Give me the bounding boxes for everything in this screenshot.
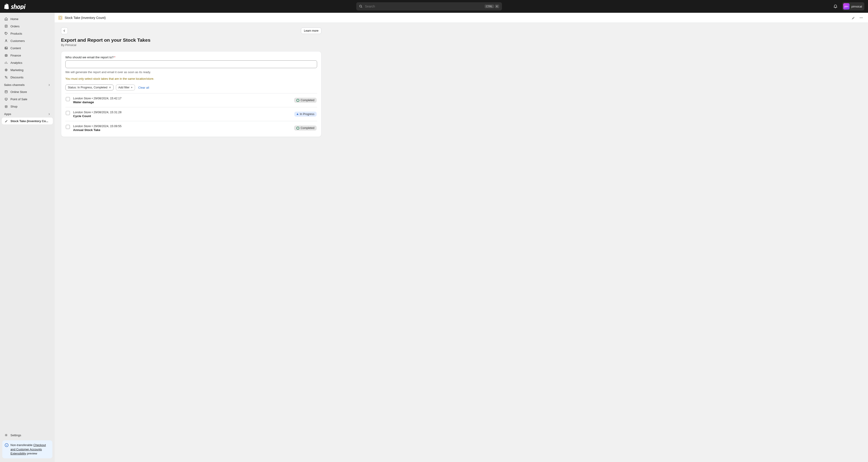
avatar: pim — [843, 3, 849, 9]
pos-icon — [4, 97, 8, 101]
tag-icon — [4, 31, 8, 35]
gear-icon — [4, 433, 8, 437]
nav-marketing[interactable]: Marketing — [2, 66, 53, 74]
svg-point-15 — [861, 17, 862, 18]
notice-text-1: Non-transferable — [10, 443, 33, 447]
back-button[interactable] — [61, 27, 68, 34]
svg-point-3 — [5, 33, 6, 33]
remove-filter-icon[interactable]: ✕ — [109, 86, 111, 89]
required-mark: * — [114, 56, 115, 59]
svg-point-7 — [5, 69, 7, 71]
nav-settings[interactable]: Settings — [2, 432, 53, 438]
nav-analytics[interactable]: Analytics — [2, 59, 53, 66]
chart-icon — [4, 61, 8, 65]
svg-point-8 — [6, 69, 7, 70]
svg-point-4 — [6, 40, 7, 41]
filter-bar: Status: In Progress, Completed ✕ Add fil… — [65, 85, 317, 93]
page-title: Export and Report on your Stock Takes — [61, 37, 321, 43]
learn-more-button[interactable]: Learn more — [301, 28, 321, 34]
nav-point-of-sale[interactable]: Point of Sale — [2, 96, 53, 103]
status-filter-chip[interactable]: Status: In Progress, Completed ✕ — [65, 85, 114, 90]
row-checkbox[interactable] — [66, 111, 70, 115]
global-search[interactable]: CTRL K — [356, 2, 502, 10]
nav-label: Orders — [10, 25, 20, 28]
nav-home[interactable]: Home — [2, 16, 53, 22]
app-badge-icon: 📋 — [58, 16, 62, 20]
svg-line-1 — [361, 7, 362, 7]
byline: By Pimsical — [61, 43, 321, 47]
home-icon — [4, 17, 8, 21]
row-checkbox[interactable] — [66, 125, 70, 129]
pin-icon — [4, 119, 8, 123]
svg-point-14 — [860, 17, 861, 18]
email-field[interactable] — [65, 60, 317, 68]
svg-rect-11 — [5, 98, 7, 100]
user-menu[interactable]: pim pimsical — [842, 2, 864, 10]
row-meta: London Store • 29/08/2024, 15:42:17 — [73, 96, 291, 100]
helper-text: We will generate the report and email it… — [65, 70, 317, 74]
row-checkbox[interactable] — [66, 97, 70, 101]
nav-label: Settings — [10, 434, 21, 437]
nav-label: Shop — [10, 105, 17, 108]
search-input[interactable] — [365, 5, 483, 8]
nav-label: Content — [10, 47, 21, 50]
nav-online-store[interactable]: Online Store — [2, 88, 53, 95]
nav-label: Discounts — [10, 76, 24, 79]
svg-point-9 — [5, 76, 6, 77]
svg-point-0 — [360, 5, 362, 7]
section-apps[interactable]: Apps — [2, 110, 53, 117]
topbar: CTRL K pim pimsical — [0, 0, 868, 13]
row-meta: London Store • 29/08/2024, 15:09:55 — [73, 124, 291, 128]
nav-app-stock-take[interactable]: Stock Take (Inventory Co... — [2, 118, 53, 124]
section-label: Apps — [4, 113, 11, 116]
status-badge: Completed — [294, 125, 317, 131]
more-actions-button[interactable] — [858, 15, 864, 21]
warning-text: You must only select stock takes that ar… — [65, 77, 317, 80]
shopify-logo[interactable] — [4, 3, 26, 9]
section-sales-channels[interactable]: Sales channels — [2, 81, 53, 88]
report-card: Who should we email the report to?* We w… — [61, 51, 321, 137]
nav-label: Stock Take (Inventory Co... — [10, 119, 48, 123]
image-icon — [4, 46, 8, 50]
search-icon — [359, 5, 363, 8]
list-item[interactable]: London Store • 29/08/2024, 15:09:55 Annu… — [65, 121, 317, 135]
nav-products[interactable]: Products — [2, 30, 53, 37]
list-item[interactable]: London Store • 29/08/2024, 15:31:28 Cycl… — [65, 107, 317, 121]
nav-finance[interactable]: Finance — [2, 52, 53, 59]
nav-orders[interactable]: Orders — [2, 23, 53, 30]
bank-icon — [4, 53, 8, 57]
plus-icon: + — [131, 86, 132, 89]
stock-take-list: London Store • 29/08/2024, 15:42:17 Wate… — [65, 93, 317, 135]
svg-point-16 — [862, 17, 863, 18]
svg-point-12 — [6, 435, 7, 436]
nav-shop[interactable]: Shop — [2, 103, 53, 110]
nav-label: Products — [10, 32, 22, 35]
person-icon — [4, 39, 8, 43]
row-title: Cycle Count — [73, 114, 291, 118]
nav-label: Home — [10, 17, 19, 21]
search-shortcut: CTRL K — [485, 5, 499, 8]
nav-content[interactable]: Content — [2, 45, 53, 52]
sidebar: Home Orders Products Customers Content F… — [0, 13, 55, 462]
row-meta: London Store • 29/08/2024, 15:31:28 — [73, 111, 291, 114]
app-title: Stock Take (Inventory Count) — [65, 16, 105, 20]
nav-label: Online Store — [10, 90, 27, 94]
pin-button[interactable] — [850, 15, 856, 21]
svg-point-10 — [7, 78, 7, 78]
list-item[interactable]: London Store • 29/08/2024, 15:42:17 Wate… — [65, 93, 317, 107]
add-filter-button[interactable]: Add filter + — [116, 85, 135, 90]
email-label: Who should we email the report to?* — [65, 56, 317, 59]
preview-notice: Non-transferable Checkout and Customer A… — [2, 440, 52, 458]
nav-label: Finance — [10, 54, 21, 57]
shop-icon — [4, 104, 8, 109]
notifications-icon[interactable] — [832, 3, 839, 10]
orders-icon — [4, 24, 8, 28]
nav-customers[interactable]: Customers — [2, 37, 53, 44]
clear-all-filters[interactable]: Clear all — [138, 86, 149, 89]
nav-label: Analytics — [10, 61, 22, 64]
nav-discounts[interactable]: Discounts — [2, 74, 53, 81]
info-icon — [5, 443, 9, 447]
chevron-right-icon — [48, 113, 51, 115]
percent-icon — [4, 75, 8, 79]
nav-label: Point of Sale — [10, 97, 27, 101]
